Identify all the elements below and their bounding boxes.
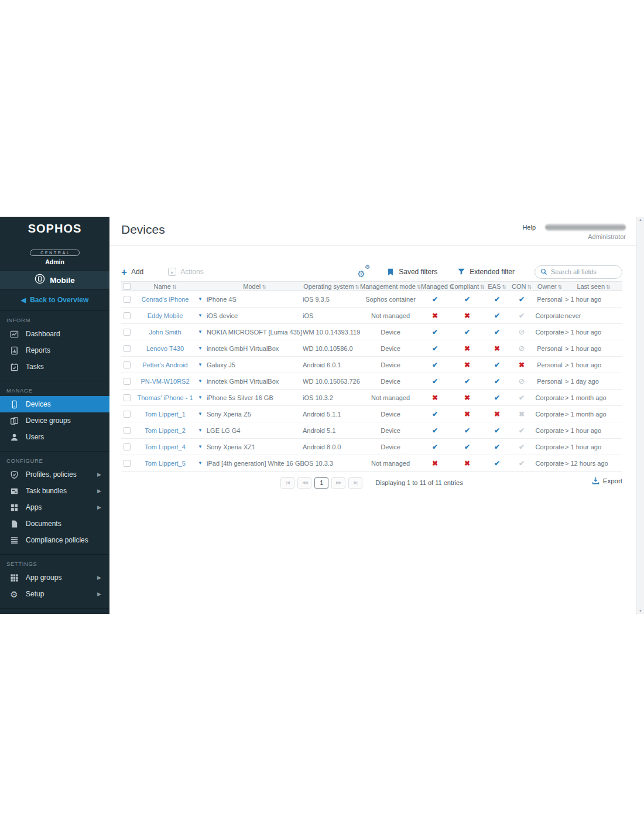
chevron-down-icon[interactable]: ▼ [194, 428, 207, 433]
device-name-link[interactable]: Tom Lippert_4 [136, 443, 194, 450]
sidebar-item-device-groups[interactable]: Device groups [0, 412, 109, 429]
row-checkbox[interactable] [124, 427, 131, 434]
sidebar-item-dashboard[interactable]: Dashboard [0, 326, 109, 342]
table-settings-gears-icon[interactable]: ⚙⚙ [357, 267, 370, 277]
device-model: Sony Xperia Z5 [207, 411, 303, 418]
chevron-down-icon[interactable]: ▼ [194, 313, 207, 318]
export-label: Export [603, 477, 622, 484]
row-checkbox[interactable] [124, 378, 131, 385]
sidebar-item-app-groups[interactable]: App groups ▶ [0, 569, 109, 586]
row-checkbox[interactable] [124, 394, 131, 401]
col-header-owner[interactable]: Owner⇅ [535, 283, 565, 290]
sidebar-section-settings: SETTINGS App groups ▶ ⚙ Setup ▶ [0, 554, 109, 609]
managed-status-icon: ✔ [421, 344, 449, 353]
row-checkbox[interactable] [124, 443, 131, 450]
sidebar-item-profiles-policies[interactable]: Profiles, policies ▶ [0, 466, 109, 483]
managed-status-icon: ✔ [421, 426, 449, 435]
help-link[interactable]: Help [522, 224, 536, 231]
device-name-link[interactable]: PN-VM-W10RS2 [136, 378, 194, 385]
row-checkbox[interactable] [124, 329, 131, 336]
con-status-icon: ✔ [509, 295, 535, 303]
managed-status-icon: ✔ [421, 295, 449, 303]
chevron-down-icon[interactable]: ▼ [194, 444, 207, 449]
sidebar-section-inform: INFORM Dashboard Reports Tasks [0, 310, 109, 375]
col-header-os[interactable]: Operating system⇅ [303, 283, 360, 290]
chevron-down-icon[interactable]: ▼ [194, 329, 207, 334]
back-to-overview-link[interactable]: ◀ Back to Overview [0, 289, 109, 310]
con-status-icon: ⊘ [509, 344, 535, 353]
sidebar-item-setup[interactable]: ⚙ Setup ▶ [0, 586, 109, 602]
sidebar-item-task-bundles[interactable]: Task bundles ▶ [0, 483, 109, 499]
chevron-down-icon[interactable]: ▼ [194, 362, 207, 367]
col-header-con[interactable]: CON⇅ [509, 283, 535, 290]
device-name-link[interactable]: Petter's Android [136, 361, 194, 368]
device-name-link[interactable]: Conrad's iPhone [136, 296, 194, 303]
device-name-link[interactable]: John Smith [136, 329, 194, 336]
scroll-down-icon[interactable]: ▼ [639, 609, 642, 613]
next-page-button[interactable]: ▶▶ [331, 477, 345, 489]
extended-filter-button[interactable]: Extended filter [457, 268, 515, 276]
pager-buttons: |◀ ◀◀ 1 ▶▶ ▶| [280, 477, 362, 489]
device-name-link[interactable]: Tom Lippert_5 [136, 460, 194, 467]
mobile-circle-icon [35, 274, 45, 286]
sidebar-item-users[interactable]: Users [0, 429, 109, 445]
back-label: Back to Overview [30, 296, 88, 304]
col-header-managed[interactable]: Managed⇅ [421, 283, 449, 290]
sidebar-item-devices[interactable]: Devices [0, 396, 109, 412]
chevron-down-icon[interactable]: ▼ [194, 296, 207, 302]
device-name-link[interactable]: Eddy Mobile [136, 312, 194, 319]
table-row: John Smith ▼ NOKIA MICROSOFT [Lumia 435]… [121, 324, 622, 340]
device-name-link[interactable]: Lenovo T430 [136, 345, 194, 352]
saved-filters-button[interactable]: Saved filters [386, 268, 437, 276]
chevron-down-icon[interactable]: ▼ [194, 378, 207, 384]
account-name-redacted[interactable] [545, 224, 626, 231]
row-checkbox[interactable] [124, 312, 131, 319]
sidebar-item-compliance-policies[interactable]: Compliance policies [0, 532, 109, 548]
row-checkbox[interactable] [124, 411, 131, 418]
sidebar-item-label: Documents [26, 520, 61, 528]
row-checkbox[interactable] [124, 345, 131, 352]
sidebar-item-reports[interactable]: Reports [0, 342, 109, 359]
chevron-down-icon[interactable]: ▼ [194, 395, 207, 400]
table-row: Tom Lippert_4 ▼ Sony Xperia XZ1 Android … [121, 439, 622, 455]
col-header-compliant[interactable]: Compliant⇅ [449, 283, 485, 290]
management-mode: Not managed [360, 312, 421, 319]
chevron-down-icon[interactable]: ▼ [194, 460, 207, 466]
add-label: Add [131, 268, 143, 276]
device-model: NOKIA MICROSOFT [Lumia 435] [DS] [207, 329, 303, 336]
sidebar-item-tasks[interactable]: Tasks [0, 359, 109, 375]
search-input[interactable] [551, 268, 615, 275]
col-header-management-mode[interactable]: Management mode⇅ [360, 283, 421, 290]
device-name-link[interactable]: Tom Lippert_1 [136, 411, 194, 418]
sidebar-item-apps[interactable]: Apps ▶ [0, 499, 109, 515]
managed-status-icon: ✔ [421, 328, 449, 336]
select-all-checkbox[interactable] [124, 283, 131, 290]
col-header-model[interactable]: Model⇅ [207, 283, 303, 290]
device-name-link[interactable]: Thomas' iPhone - 1 [136, 394, 194, 401]
sidebar-item-documents[interactable]: Documents [0, 515, 109, 532]
add-button[interactable]: + Add [121, 267, 143, 277]
con-status-icon: ⊘ [509, 327, 535, 336]
device-os: iOS 10.3.2 [303, 394, 360, 401]
device-name-link[interactable]: Tom Lippert_2 [136, 427, 194, 434]
current-page-button[interactable]: 1 [314, 477, 328, 489]
managed-status-icon: ✖ [421, 394, 449, 402]
table-row: Petter's Android ▼ Galaxy J5 Android 6.0… [121, 357, 622, 373]
row-checkbox[interactable] [124, 361, 131, 368]
col-header-last-seen[interactable]: Last seen⇅ [565, 283, 622, 290]
prev-page-button[interactable]: ◀◀ [297, 477, 311, 489]
actions-button[interactable]: ▶ Actions [168, 268, 203, 276]
chevron-down-icon[interactable]: ▼ [194, 411, 207, 416]
compliant-status-icon: ✔ [449, 295, 485, 303]
last-page-button[interactable]: ▶| [348, 477, 362, 489]
device-model: innotek GmbH VirtualBox [207, 345, 303, 352]
row-checkbox[interactable] [124, 460, 131, 467]
row-checkbox[interactable] [124, 296, 131, 303]
vertical-scrollbar[interactable]: ▲ ▼ [636, 217, 644, 614]
first-page-button[interactable]: |◀ [280, 477, 294, 489]
scroll-up-icon[interactable]: ▲ [639, 218, 642, 221]
export-button[interactable]: Export [592, 477, 622, 484]
col-header-eas[interactable]: EAS⇅ [485, 283, 509, 290]
chevron-down-icon[interactable]: ▼ [194, 346, 207, 351]
col-header-name[interactable]: Name⇅ [136, 283, 194, 290]
